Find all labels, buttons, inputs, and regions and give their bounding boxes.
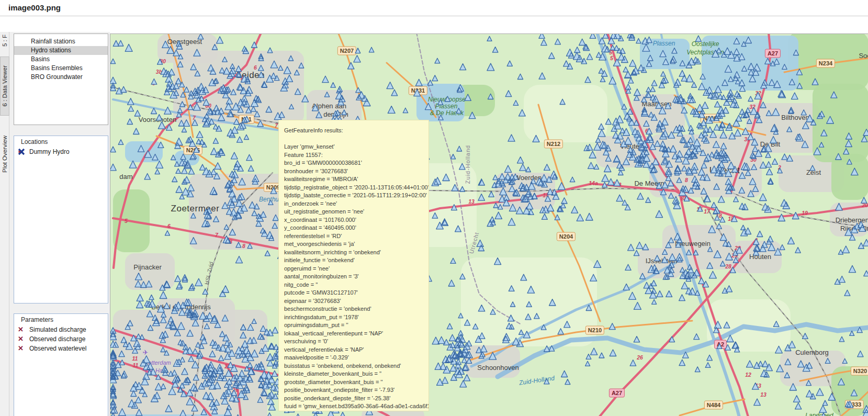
layer-item-hydro-stations[interactable]: Hydro stations [14,46,108,55]
application-window: image003.png 5 : F 6 : Data Viewer Plot … [0,0,868,416]
x-mark-icon: ✕ [18,344,26,353]
getfeatureinfo-tooltip: GetFeatureInfo results: Layer 'gmw_kense… [278,120,429,411]
x-mark-icon: ✕ [18,325,26,334]
layer-item-rainfall-stations[interactable]: Rainfall stations [14,37,108,46]
parameters-header: Parameters [14,314,108,325]
hydro-marker-icon [18,148,26,155]
tab-5-f[interactable]: 5 : F [0,32,9,50]
layer-list: Rainfall stationsHydro stationsBasinsBas… [14,34,108,82]
parameter-item-observed-waterlevel[interactable]: ✕Observed waterlevel [14,344,108,353]
locations-header: Locations [14,136,108,147]
parameter-item-simulated-discharge[interactable]: ✕Simulated discharge [14,325,108,334]
layer-item-bro-groundwater[interactable]: BRO Groundwater [14,73,108,82]
map-canvas[interactable]: OegstgeestLeidenVoorschotendamAlphen aan… [110,33,868,416]
layer-item-basins-ensembles[interactable]: Basins Ensembles [14,64,108,73]
title-bar: image003.png [0,0,868,16]
locations-list: Dummy Hydro [14,147,108,156]
layer-list-panel: Rainfall stationsHydro stationsBasinsBas… [14,33,108,125]
parameters-list: ✕Simulated discharge✕Observed discharge✕… [14,325,108,353]
vertical-tab-strip: 5 : F 6 : Data Viewer Plot Overview [0,32,9,416]
parameter-item-observed-discharge[interactable]: ✕Observed discharge [14,334,108,344]
parameter-label: Observed waterlevel [26,344,86,353]
location-label: Dummy Hydro [26,147,70,156]
sidebar: Rainfall stationsHydro stationsBasinsBas… [9,32,110,416]
parameters-panel: Parameters ✕Simulated discharge✕Observed… [14,313,108,416]
window-title: image003.png [8,3,61,12]
x-mark-icon: ✕ [18,334,26,344]
parameter-label: Simulated discharge [26,325,86,334]
parameter-label: Observed discharge [26,334,85,344]
content-area: 5 : F 6 : Data Viewer Plot Overview Rain… [0,16,868,416]
layer-item-basins[interactable]: Basins [14,55,108,64]
location-item-dummy-hydro[interactable]: Dummy Hydro [14,147,108,156]
locations-panel: Locations Dummy Hydro [14,136,108,303]
tab-data-viewer[interactable]: 6 : Data Viewer [0,57,9,116]
tab-plot-overview[interactable]: Plot Overview [0,120,9,188]
